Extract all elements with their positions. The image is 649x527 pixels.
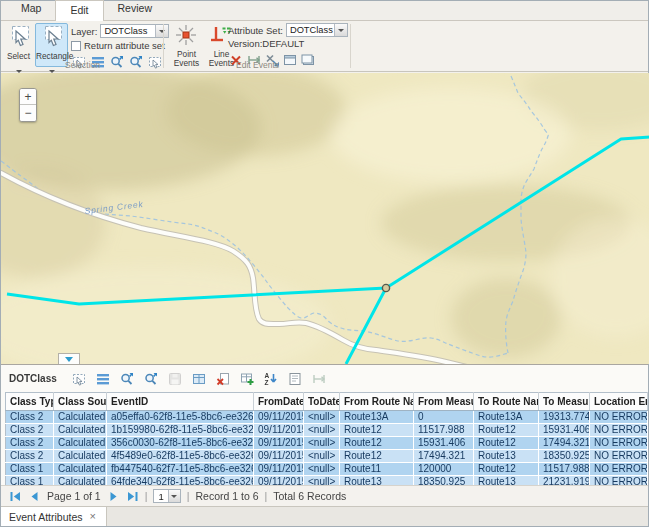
attribute-set-dropdown-value: DOTClass — [287, 25, 334, 35]
table-cell[interactable]: <null> — [304, 424, 340, 437]
select-all-icon[interactable] — [191, 371, 207, 387]
table-row[interactable]: Class 2Calculated4f5489e0-62f8-11e5-8bc6… — [6, 450, 648, 463]
table-cell[interactable]: 15931.406 — [414, 437, 474, 450]
table-cell[interactable]: Class 2 — [6, 411, 54, 424]
layer-dropdown[interactable]: DOTClass — [100, 24, 169, 38]
table-cell[interactable]: Calculated — [54, 463, 107, 476]
table-cell[interactable]: NO ERROR — [590, 450, 648, 463]
table-cell[interactable]: Route12 — [340, 437, 414, 450]
table-cell[interactable]: 4f5489e0-62f8-11e5-8bc6-ee32641d5ec9 — [107, 450, 254, 463]
table-cell[interactable]: Class 1 — [6, 463, 54, 476]
column-header[interactable]: ToDate — [304, 393, 340, 411]
tab-event-attributes[interactable]: Event Attributes × — [1, 507, 107, 526]
table-cell[interactable]: Route12 — [340, 450, 414, 463]
table-cell[interactable]: Route13A — [340, 411, 414, 424]
table-cell[interactable]: 19313.774 — [539, 411, 590, 424]
table-cell[interactable]: Route13 — [474, 450, 539, 463]
table-cell[interactable]: 1b159980-62f8-11e5-8bc6-ee32641d5ec9 — [107, 424, 254, 437]
table-cell[interactable]: a05effa0-62f8-11e5-8bc6-ee32641d5ec9 — [107, 411, 254, 424]
table-cell[interactable]: 09/11/2015 — [254, 424, 304, 437]
column-header[interactable]: To Measure — [539, 393, 590, 411]
dropdown-button[interactable] — [334, 24, 347, 36]
measure-icon[interactable] — [311, 371, 327, 387]
column-header[interactable]: Class Type — [6, 393, 54, 411]
table-cell[interactable]: Calculated — [54, 450, 107, 463]
table-cell[interactable]: 17494.321 — [414, 450, 474, 463]
table-cell[interactable]: 15931.406 — [539, 424, 590, 437]
return-attribute-set-checkbox[interactable] — [71, 41, 81, 51]
table-cell[interactable]: Route11 — [340, 463, 414, 476]
clear-selection-icon[interactable] — [215, 371, 231, 387]
page-number-dropdown[interactable]: 1 — [153, 489, 180, 503]
table-cell[interactable]: 09/11/2015 — [254, 463, 304, 476]
table-cell[interactable]: 09/11/2015 — [254, 411, 304, 424]
tab-map[interactable]: Map — [7, 0, 55, 20]
table-cell[interactable]: 09/11/2015 — [254, 437, 304, 450]
table-cell[interactable]: fb447540-62f7-11e5-8bc6-ee32641d5ec9 — [107, 463, 254, 476]
table-cell[interactable]: Route12 — [474, 424, 539, 437]
first-page-button[interactable] — [9, 490, 22, 503]
table-cell[interactable]: 09/11/2015 — [254, 450, 304, 463]
table-cell[interactable]: Class 2 — [6, 424, 54, 437]
route-junction-vertex[interactable] — [382, 284, 389, 291]
prev-page-button[interactable] — [28, 490, 41, 503]
table-cell[interactable]: Calculated — [54, 424, 107, 437]
open-form-icon[interactable] — [287, 371, 303, 387]
next-page-button[interactable] — [107, 490, 120, 503]
table-cell[interactable]: 11517.988 — [414, 424, 474, 437]
table-cell[interactable]: 120000 — [414, 463, 474, 476]
table-cell[interactable]: Route12 — [340, 424, 414, 437]
column-header[interactable]: Class Source — [54, 393, 107, 411]
table-cell[interactable]: Route12 — [474, 437, 539, 450]
zoom-in-button[interactable]: + — [20, 89, 36, 105]
zoom-out-button[interactable]: − — [20, 105, 36, 121]
table-cell[interactable]: Class 2 — [6, 437, 54, 450]
table-cell[interactable]: Class 2 — [6, 450, 54, 463]
table-cell[interactable]: <null> — [304, 463, 340, 476]
table-cell[interactable]: NO ERROR — [590, 463, 648, 476]
show-selected-records-icon[interactable] — [95, 371, 111, 387]
tab-review[interactable]: Review — [104, 0, 166, 20]
close-icon[interactable]: × — [90, 511, 96, 522]
panel-collapse-tab[interactable] — [58, 353, 80, 364]
last-page-button[interactable] — [126, 490, 139, 503]
table-cell[interactable]: Calculated — [54, 437, 107, 450]
table-cell[interactable]: <null> — [304, 411, 340, 424]
column-header[interactable]: Location Error — [590, 393, 648, 411]
table-cell[interactable]: Route13A — [474, 411, 539, 424]
add-record-icon[interactable] — [239, 371, 255, 387]
table-cell[interactable]: NO ERROR — [590, 424, 648, 437]
table-cell[interactable]: 0 — [414, 411, 474, 424]
rectangle-select-icon — [40, 24, 64, 48]
column-header[interactable]: EventID — [107, 393, 254, 411]
table-header-row: Class TypeClass SourceEventIDFromDateToD… — [6, 393, 648, 411]
table-cell[interactable]: <null> — [304, 437, 340, 450]
table-cell[interactable]: NO ERROR — [590, 437, 648, 450]
column-header[interactable]: To Route Name — [474, 393, 539, 411]
table-row[interactable]: Class 1Calculatedfb447540-62f7-11e5-8bc6… — [6, 463, 648, 476]
panel-toolbar: DOTClass AZ — [1, 365, 648, 392]
column-header[interactable]: From Route Name — [340, 393, 414, 411]
attribute-set-dropdown[interactable]: DOTClass — [286, 23, 348, 37]
table-cell[interactable]: 17494.321 — [539, 437, 590, 450]
dropdown-button[interactable] — [168, 490, 180, 502]
table-cell[interactable]: 11517.988 — [539, 463, 590, 476]
sort-icon[interactable]: AZ — [263, 371, 279, 387]
tab-edit[interactable]: Edit — [55, 0, 103, 21]
column-header[interactable]: From Measure — [414, 393, 474, 411]
table-row[interactable]: Class 2Calculated1b159980-62f8-11e5-8bc6… — [6, 424, 648, 437]
table-cell[interactable]: Route12 — [474, 463, 539, 476]
table-cell[interactable]: <null> — [304, 450, 340, 463]
select-features-icon[interactable] — [71, 371, 87, 387]
table-cell[interactable]: Calculated — [54, 411, 107, 424]
table-row[interactable]: Class 2Calculateda05effa0-62f8-11e5-8bc6… — [6, 411, 648, 424]
save-edits-icon[interactable] — [167, 371, 183, 387]
table-cell[interactable]: NO ERROR — [590, 411, 648, 424]
column-header[interactable]: FromDate — [254, 393, 304, 411]
table-row[interactable]: Class 2Calculated356c0030-62f8-11e5-8bc6… — [6, 437, 648, 450]
table-cell[interactable]: 356c0030-62f8-11e5-8bc6-ee32641d5ec9 — [107, 437, 254, 450]
map-canvas[interactable]: Spring Creek + − — [1, 73, 649, 364]
zoom-to-selection-icon[interactable] — [119, 371, 135, 387]
pan-to-selection-icon[interactable] — [143, 371, 159, 387]
table-cell[interactable]: 18350.925 — [539, 450, 590, 463]
